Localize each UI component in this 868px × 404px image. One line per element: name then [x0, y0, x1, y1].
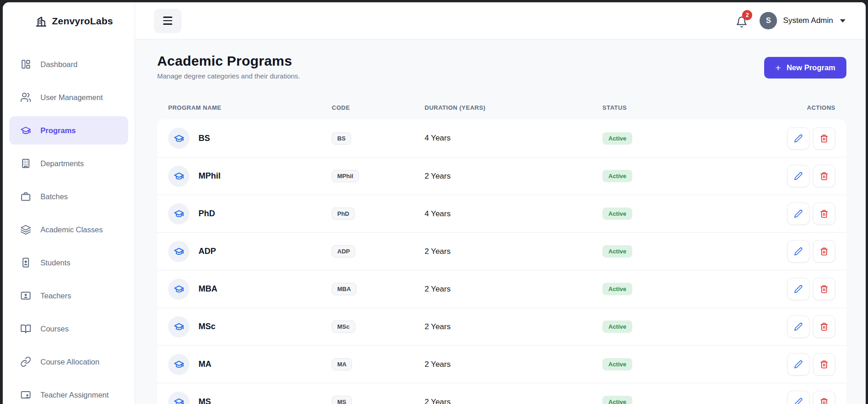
program-duration: 2 Years — [425, 322, 602, 331]
sidebar-item-course-allocation[interactable]: Course Allocation — [9, 348, 128, 376]
program-name: MS — [199, 397, 211, 404]
edit-button[interactable] — [787, 240, 810, 263]
column-header-status: STATUS — [602, 104, 745, 111]
table-row: MS MS 2 Years Active — [157, 383, 846, 404]
program-name-cell: MPhil — [168, 166, 332, 187]
delete-button[interactable] — [813, 391, 835, 404]
status-badge: Active — [602, 396, 632, 404]
graduation-cap-icon — [168, 203, 189, 224]
delete-button[interactable] — [813, 202, 835, 225]
sidebar-item-label: Academic Classes — [40, 225, 103, 234]
notification-count-badge: 2 — [742, 10, 752, 20]
sidebar-item-label: Course Allocation — [40, 358, 99, 366]
programs-table: BS BS 4 Years Active — [157, 119, 846, 404]
program-name-cell: MSc — [168, 316, 332, 337]
teacher-card-icon — [20, 290, 31, 301]
program-code-chip: ADP — [332, 245, 355, 258]
graduation-cap-icon — [168, 354, 189, 375]
program-code-chip: MBA — [332, 283, 357, 295]
new-program-button[interactable]: + New Program — [764, 57, 846, 79]
sidebar-item-user-management[interactable]: User Management — [9, 83, 128, 112]
program-duration: 2 Years — [425, 247, 602, 256]
row-actions — [745, 278, 835, 300]
trash-icon — [820, 285, 828, 293]
trash-icon — [820, 172, 828, 180]
pencil-icon — [794, 285, 803, 293]
sidebar-item-batches[interactable]: Batches — [9, 182, 128, 211]
avatar: S — [760, 12, 777, 29]
program-name: MBA — [199, 284, 217, 294]
trash-icon — [820, 322, 828, 331]
program-duration: 2 Years — [425, 172, 602, 181]
table-row: MPhil MPhil 2 Years Active — [157, 157, 846, 195]
edit-button[interactable] — [787, 315, 810, 338]
column-header-duration: DURATION (YEARS) — [425, 104, 602, 111]
topbar: 2 S System Admin — [135, 2, 866, 39]
delete-button[interactable] — [813, 353, 835, 376]
graduation-cap-icon — [168, 392, 189, 404]
pencil-icon — [794, 322, 803, 331]
status-badge: Active — [602, 245, 632, 258]
chevron-down-icon — [840, 19, 845, 22]
program-code-chip: MA — [332, 358, 352, 370]
sidebar-item-teachers[interactable]: Teachers — [9, 281, 128, 310]
delete-button[interactable] — [813, 240, 835, 263]
sidebar-item-students[interactable]: Students — [9, 248, 128, 277]
sidebar-item-courses[interactable]: Courses — [9, 314, 128, 343]
app-window: ZenvyroLabs Dashboard User Management Pr… — [3, 2, 866, 404]
student-card-icon — [20, 257, 31, 268]
program-name: ADP — [199, 247, 216, 256]
main-area: 2 S System Admin Academic Programs Manag… — [135, 2, 866, 404]
notifications-button[interactable]: 2 — [736, 14, 748, 27]
delete-button[interactable] — [813, 315, 835, 338]
status-badge: Active — [602, 358, 632, 370]
program-duration: 2 Years — [425, 398, 602, 404]
status-badge: Active — [602, 320, 632, 333]
graduation-cap-icon — [168, 241, 189, 262]
column-header-program-name: PROGRAM NAME — [168, 104, 332, 111]
sidebar-item-dashboard[interactable]: Dashboard — [9, 50, 128, 79]
program-name: MA — [199, 359, 211, 369]
sidebar-item-departments[interactable]: Departments — [9, 149, 128, 178]
program-code-chip: MPhil — [332, 170, 359, 182]
row-actions — [745, 391, 835, 404]
users-icon — [20, 92, 31, 103]
hamburger-icon — [163, 17, 172, 17]
edit-button[interactable] — [787, 278, 810, 300]
delete-button[interactable] — [813, 127, 835, 150]
program-name-cell: ADP — [168, 241, 332, 262]
graduation-cap-icon — [168, 316, 189, 337]
status-badge: Active — [602, 208, 632, 220]
pencil-icon — [794, 398, 803, 404]
sidebar-toggle-button[interactable] — [154, 9, 182, 33]
edit-button[interactable] — [787, 391, 810, 404]
program-duration: 4 Years — [425, 209, 602, 219]
row-actions — [745, 202, 835, 225]
brand-name: ZenvyroLabs — [52, 16, 113, 27]
pencil-icon — [794, 209, 803, 218]
delete-button[interactable] — [813, 165, 835, 187]
edit-button[interactable] — [787, 353, 810, 376]
edit-button[interactable] — [787, 165, 810, 187]
sidebar-item-programs[interactable]: Programs — [9, 116, 128, 145]
layers-icon — [20, 224, 31, 235]
table-header-row: PROGRAM NAME CODE DURATION (YEARS) STATU… — [157, 95, 846, 119]
graduation-cap-icon — [168, 128, 189, 149]
status-badge: Active — [602, 283, 632, 295]
sidebar-item-academic-classes[interactable]: Academic Classes — [9, 215, 128, 244]
table-row: BS BS 4 Years Active — [157, 119, 846, 157]
table-row: MSc MSc 2 Years Active — [157, 308, 846, 345]
program-name-cell: MBA — [168, 279, 332, 300]
edit-button[interactable] — [787, 202, 810, 225]
user-name: System Admin — [783, 16, 833, 25]
sidebar-item-teacher-assignment[interactable]: Teacher Assignment — [9, 381, 128, 404]
pencil-icon — [794, 247, 803, 256]
delete-button[interactable] — [813, 278, 835, 300]
user-menu[interactable]: S System Admin — [760, 12, 845, 29]
brand-logo: ZenvyroLabs — [3, 2, 135, 40]
row-actions — [745, 315, 835, 338]
edit-button[interactable] — [787, 127, 810, 150]
program-name: MPhil — [199, 171, 221, 181]
program-duration: 2 Years — [425, 360, 602, 369]
page-title: Academic Programs — [157, 53, 300, 69]
